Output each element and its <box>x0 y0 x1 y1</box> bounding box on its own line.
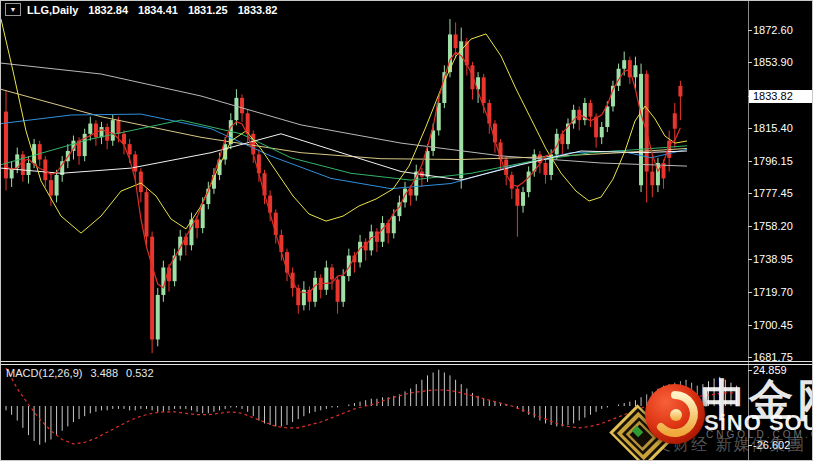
axis-tick <box>748 226 752 227</box>
price-axis-label: 1738.95 <box>753 253 811 265</box>
price-axis-label: 1853.90 <box>753 56 811 68</box>
price-axis-border <box>748 1 749 461</box>
price-axis-label: 1777.45 <box>753 187 811 199</box>
axis-tick <box>748 128 752 129</box>
price-axis-label: 1872.60 <box>753 24 811 36</box>
axis-tick <box>748 62 752 63</box>
collapse-chart-button[interactable]: ▼ <box>5 3 21 16</box>
axis-tick <box>748 259 752 260</box>
low-value: 1831.25 <box>188 4 228 16</box>
axis-tick <box>748 445 752 446</box>
macd-axis-lower-label: -26.602 <box>753 439 811 451</box>
axis-tick <box>748 292 752 293</box>
axis-tick <box>748 325 752 326</box>
axis-tick <box>748 370 752 371</box>
panel-separator-top[interactable] <box>1 361 813 362</box>
chart-title: ▼ LLG,Daily 1832.84 1834.41 1831.25 1833… <box>5 3 277 16</box>
high-value: 1834.41 <box>138 4 178 16</box>
close-value: 1833.82 <box>238 4 278 16</box>
open-value: 1832.84 <box>88 4 128 16</box>
triangle-down-icon: ▼ <box>10 6 17 13</box>
price-axis-label: 1719.70 <box>753 286 811 298</box>
axis-tick <box>748 357 752 358</box>
indicator-main-value: 3.488 <box>90 367 118 379</box>
price-axis-label: 1700.45 <box>753 319 811 331</box>
axis-tick <box>748 193 752 194</box>
axis-tick <box>748 161 752 162</box>
price-axis-label: 1815.40 <box>753 122 811 134</box>
price-axis-label: 1758.20 <box>753 220 811 232</box>
chart-window: ▼ LLG,Daily 1832.84 1834.41 1831.25 1833… <box>0 0 813 461</box>
price-axis-label: 1796.15 <box>753 155 811 167</box>
indicator-title: MACD(12,26,9) 3.488 0.532 <box>6 367 159 379</box>
indicator-name: MACD(12,26,9) <box>6 367 82 379</box>
indicator-signal-value: 0.532 <box>126 367 154 379</box>
symbol-period-label: LLG,Daily <box>27 4 78 16</box>
panel-separator-bottom[interactable] <box>1 364 813 365</box>
axis-tick <box>748 30 752 31</box>
macd-panel-canvas[interactable] <box>1 1 813 461</box>
macd-axis-upper-label: 24.859 <box>753 364 811 376</box>
current-price-badge: 1833.82 <box>749 90 813 103</box>
